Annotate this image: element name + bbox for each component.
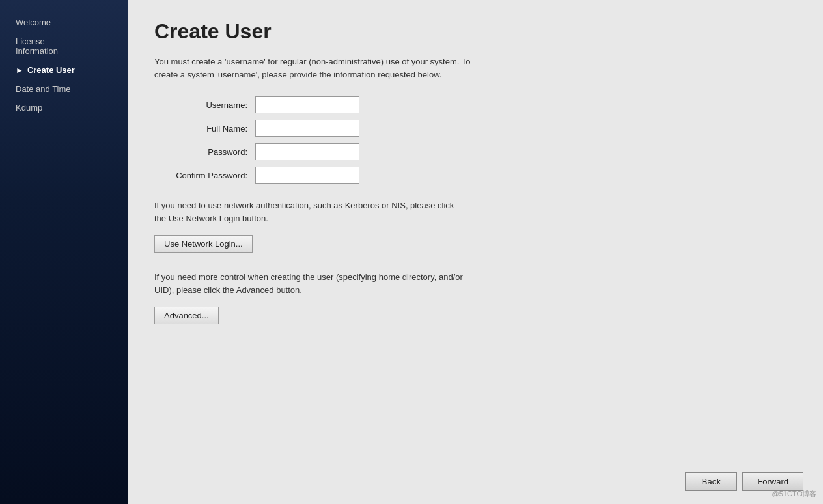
sidebar: Welcome LicenseInformation ► Create User… (0, 0, 128, 504)
sidebar-item-kdump[interactable]: Kdump (0, 98, 128, 117)
advanced-button[interactable]: Advanced... (154, 307, 219, 324)
page-title: Create User (154, 20, 797, 44)
fullname-row: Full Name: (154, 120, 797, 137)
confirm-password-row: Confirm Password: (154, 167, 797, 184)
sidebar-item-label: Date and Time (16, 84, 71, 94)
bottom-navigation: Back Forward (685, 472, 803, 491)
username-row: Username: (154, 96, 797, 113)
watermark-text: @51CTO博客 (772, 489, 816, 499)
password-row: Password: (154, 143, 797, 160)
sidebar-item-label: Kdump (16, 103, 42, 113)
sidebar-item-label: LicenseInformation (16, 36, 58, 56)
password-input[interactable] (255, 143, 359, 160)
arrow-icon: ► (16, 66, 23, 75)
username-label: Username: (154, 100, 255, 110)
network-login-btn-wrapper: Use Network Login... (154, 235, 797, 253)
user-form: Username: Full Name: Password: Confirm P… (154, 96, 797, 184)
confirm-password-label: Confirm Password: (154, 171, 255, 180)
page-description: You must create a 'username' for regular… (154, 55, 480, 81)
network-auth-text: If you need to use network authenticatio… (154, 199, 467, 225)
sidebar-item-label: Welcome (16, 18, 51, 27)
sidebar-item-date-and-time[interactable]: Date and Time (0, 79, 128, 98)
back-button[interactable]: Back (685, 472, 737, 491)
use-network-login-button[interactable]: Use Network Login... (154, 235, 253, 253)
confirm-password-input[interactable] (255, 167, 359, 184)
sidebar-item-label: Create User (27, 65, 75, 75)
forward-button[interactable]: Forward (742, 472, 803, 491)
password-label: Password: (154, 147, 255, 157)
advanced-btn-wrapper: Advanced... (154, 307, 797, 324)
main-content: Create User You must create a 'username'… (128, 0, 823, 504)
sidebar-item-welcome[interactable]: Welcome (0, 13, 128, 32)
sidebar-item-create-user[interactable]: ► Create User (0, 61, 128, 79)
advanced-text: If you need more control when creating t… (154, 271, 467, 296)
fullname-label: Full Name: (154, 124, 255, 133)
fullname-input[interactable] (255, 120, 359, 137)
username-input[interactable] (255, 96, 359, 113)
sidebar-item-license-information[interactable]: LicenseInformation (0, 32, 128, 61)
